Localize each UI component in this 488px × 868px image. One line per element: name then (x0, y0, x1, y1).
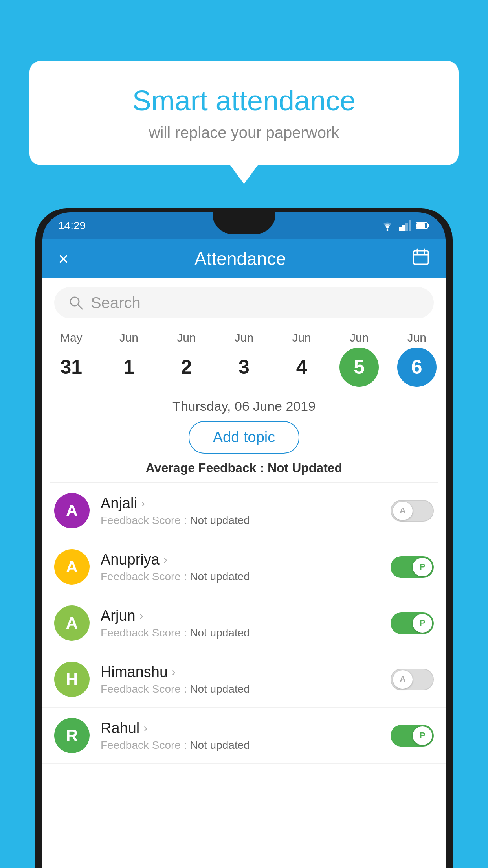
speech-bubble: Smart attendance will replace your paper… (29, 61, 459, 165)
notch (213, 212, 275, 234)
search-bar[interactable]: Search (54, 287, 434, 318)
student-item[interactable]: AArjun ›Feedback Score : Not updatedP (42, 595, 446, 651)
student-item[interactable]: RRahul ›Feedback Score : Not updatedP (42, 708, 446, 764)
student-name: Himanshu › (101, 664, 391, 680)
toggle-container[interactable]: A (391, 669, 434, 690)
toggle-container[interactable]: A (391, 500, 434, 522)
cal-month-label: Jun (235, 331, 253, 344)
student-name: Rahul › (101, 720, 391, 737)
svg-rect-3 (405, 223, 408, 231)
app-bar: × Attendance (42, 239, 446, 278)
svg-point-12 (70, 297, 79, 306)
attendance-toggle[interactable]: P (391, 556, 434, 578)
close-button[interactable]: × (58, 248, 69, 269)
speech-bubble-container: Smart attendance will replace your paper… (29, 61, 459, 165)
toggle-knob: A (393, 670, 413, 689)
speech-bubble-title: Smart attendance (57, 85, 431, 117)
avatar: A (54, 605, 90, 641)
toggle-knob: P (413, 558, 432, 576)
wifi-icon (380, 220, 394, 231)
student-name: Arjun › (101, 607, 391, 624)
student-info: Anupriya ›Feedback Score : Not updated (101, 551, 391, 583)
avg-feedback-value: Not Updated (268, 461, 342, 475)
student-item[interactable]: AAnjali ›Feedback Score : Not updatedA (42, 483, 446, 539)
student-feedback: Feedback Score : Not updated (101, 627, 391, 639)
cal-month-label: May (60, 331, 83, 344)
chevron-icon: › (163, 553, 167, 566)
calendar-day[interactable]: Jun5 (334, 331, 385, 387)
cal-date-number: 2 (167, 348, 206, 387)
svg-rect-4 (409, 220, 411, 231)
speech-bubble-subtitle: will replace your paperwork (57, 124, 431, 142)
screen-content: Search May31Jun1Jun2Jun3Jun4Jun5Jun6 Thu… (42, 278, 446, 868)
cal-month-label: Jun (292, 331, 311, 344)
phone-inner: 14:29 (42, 212, 446, 868)
phone-screen: 14:29 (42, 212, 446, 868)
attendance-toggle[interactable]: A (391, 500, 434, 522)
add-topic-button[interactable]: Add topic (189, 421, 299, 454)
student-feedback: Feedback Score : Not updated (101, 514, 391, 527)
calendar-day[interactable]: Jun2 (161, 331, 212, 387)
student-info: Rahul ›Feedback Score : Not updated (101, 720, 391, 752)
search-icon (68, 295, 84, 311)
feedback-value: Not updated (190, 739, 250, 751)
student-item[interactable]: HHimanshu ›Feedback Score : Not updatedA (42, 651, 446, 708)
calendar-day[interactable]: Jun3 (218, 331, 270, 387)
cal-date-number: 31 (51, 348, 91, 387)
svg-rect-7 (416, 223, 425, 228)
attendance-toggle[interactable]: A (391, 669, 434, 690)
svg-rect-1 (399, 227, 402, 231)
student-info: Himanshu ›Feedback Score : Not updated (101, 664, 391, 695)
student-feedback: Feedback Score : Not updated (101, 570, 391, 583)
cal-date-number: 1 (109, 348, 149, 387)
toggle-knob: A (393, 502, 413, 520)
calendar-strip: May31Jun1Jun2Jun3Jun4Jun5Jun6 (42, 327, 446, 395)
status-icons (380, 220, 430, 231)
student-name: Anupriya › (101, 551, 391, 568)
calendar-day[interactable]: Jun1 (103, 331, 154, 387)
feedback-value: Not updated (190, 570, 250, 583)
chevron-icon: › (139, 609, 143, 622)
attendance-toggle[interactable]: P (391, 725, 434, 747)
cal-month-label: Jun (177, 331, 196, 344)
avg-feedback: Average Feedback : Not Updated (42, 461, 446, 475)
cal-date-number: 5 (339, 348, 379, 387)
status-time: 14:29 (58, 219, 86, 232)
calendar-day[interactable]: Jun6 (391, 331, 442, 387)
toggle-knob: P (413, 726, 432, 745)
toggle-container[interactable]: P (391, 725, 434, 747)
svg-line-13 (78, 305, 82, 309)
svg-rect-6 (427, 224, 429, 227)
toggle-knob: P (413, 614, 432, 633)
feedback-value: Not updated (190, 683, 250, 695)
phone-frame: 14:29 (35, 208, 453, 868)
feedback-value: Not updated (190, 627, 250, 639)
calendar-button[interactable] (412, 248, 430, 270)
student-info: Arjun ›Feedback Score : Not updated (101, 607, 391, 639)
cal-month-label: Jun (407, 331, 426, 344)
attendance-toggle[interactable]: P (391, 612, 434, 634)
selected-date: Thursday, 06 June 2019 (42, 399, 446, 414)
student-feedback: Feedback Score : Not updated (101, 683, 391, 695)
svg-point-0 (387, 229, 389, 231)
battery-icon (416, 222, 430, 230)
avg-feedback-label: Average Feedback : (146, 461, 264, 475)
calendar-day[interactable]: May31 (46, 331, 97, 387)
student-list: AAnjali ›Feedback Score : Not updatedAAA… (42, 483, 446, 764)
chevron-icon: › (172, 665, 176, 679)
student-name: Anjali › (101, 495, 391, 512)
signal-icon (399, 220, 411, 231)
toggle-container[interactable]: P (391, 612, 434, 634)
avatar: A (54, 493, 90, 528)
calendar-day[interactable]: Jun4 (276, 331, 327, 387)
avatar: R (54, 718, 90, 753)
toggle-container[interactable]: P (391, 556, 434, 578)
avatar: H (54, 662, 90, 697)
svg-rect-8 (413, 251, 428, 264)
avatar: A (54, 549, 90, 585)
status-bar: 14:29 (42, 212, 446, 239)
search-placeholder: Search (91, 294, 141, 312)
app-bar-title: Attendance (194, 248, 286, 269)
feedback-value: Not updated (190, 514, 250, 526)
student-item[interactable]: AAnupriya ›Feedback Score : Not updatedP (42, 539, 446, 595)
